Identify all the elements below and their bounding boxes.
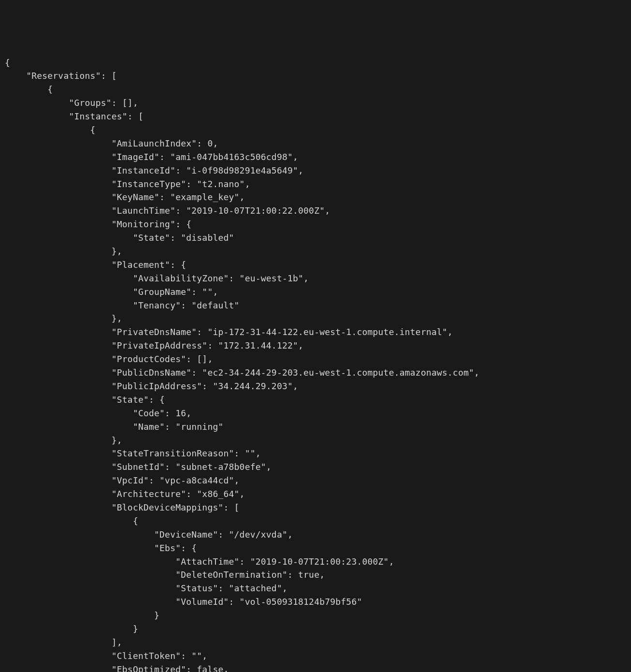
json-code-block: { "Reservations": [ { "Groups": [], "Ins… [5,56,626,672]
